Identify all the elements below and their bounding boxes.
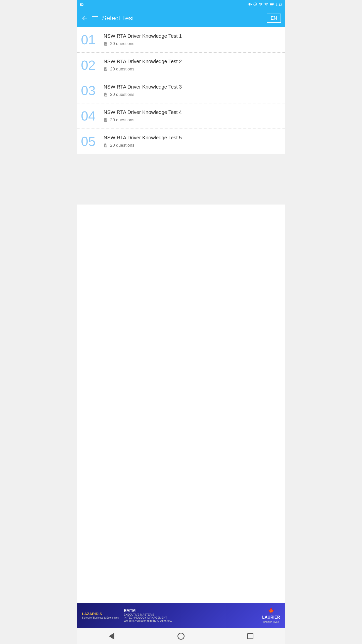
- ad-program-full: EXECUTIVE MASTER'S: [124, 613, 154, 616]
- document-icon-05: [104, 143, 108, 148]
- test-name-03: NSW RTA Driver Knowledge Test 3: [104, 84, 182, 90]
- test-info-03: NSW RTA Driver Knowledge Test 3 20 quest…: [104, 84, 182, 97]
- menu-button[interactable]: [92, 16, 98, 20]
- document-icon-02: [104, 66, 108, 72]
- test-info-05: NSW RTA Driver Knowledge Test 5 20 quest…: [104, 135, 182, 148]
- svg-rect-1: [270, 4, 273, 5]
- test-number-03: 03: [81, 83, 104, 98]
- document-icon-01: [104, 41, 108, 47]
- test-name-02: NSW RTA Driver Knowledge Test 2: [104, 59, 182, 64]
- test-name-04: NSW RTA Driver Knowledge Test 4: [104, 109, 182, 115]
- test-item-03[interactable]: 03 NSW RTA Driver Knowledge Test 3 20 qu…: [77, 78, 285, 103]
- test-number-05: 05: [81, 134, 104, 149]
- page-title: Select Test: [102, 14, 263, 22]
- photo-icon: 🖼: [80, 3, 83, 7]
- test-info-01: NSW RTA Driver Knowledge Test 1 20 quest…: [104, 33, 182, 47]
- ad-program-sub: IN TECHNOLOGY MANAGEMENT: [124, 616, 167, 619]
- menu-line-2: [92, 18, 98, 18]
- back-nav-icon: [109, 633, 114, 640]
- time-display: 1:12: [276, 3, 282, 7]
- status-bar-left: 🖼: [80, 3, 83, 7]
- wifi-icon: [259, 2, 263, 7]
- test-number-02: 02: [81, 58, 104, 73]
- status-bar-right: 1:12: [248, 2, 282, 7]
- recents-nav-button[interactable]: [243, 629, 258, 644]
- ad-school: School of Business & Economics: [82, 616, 119, 619]
- home-nav-button[interactable]: [173, 629, 189, 644]
- signal-icon: [264, 2, 268, 7]
- vibrate-icon: [248, 2, 252, 7]
- status-bar: 🖼 1:12: [77, 0, 285, 9]
- test-questions-05: 20 questions: [104, 143, 182, 148]
- test-questions-02: 20 questions: [104, 66, 182, 72]
- ad-tagline: We think you belong in the C-suite, too.: [124, 619, 172, 622]
- menu-line-3: [92, 20, 98, 20]
- clock-icon: [253, 2, 257, 7]
- document-icon-04: [104, 117, 108, 123]
- maple-leaf-icon: 🍁: [268, 608, 275, 614]
- test-item-02[interactable]: 02 NSW RTA Driver Knowledge Test 2 20 qu…: [77, 53, 285, 78]
- recents-nav-icon: [247, 633, 253, 639]
- ad-brand: LAZARIDIS: [82, 612, 119, 616]
- ad-right: 🍁 LAURIER Inspiring Lives.: [262, 608, 280, 623]
- test-info-02: NSW RTA Driver Knowledge Test 2 20 quest…: [104, 59, 182, 72]
- ad-partner-tagline: Inspiring Lives.: [263, 621, 280, 623]
- test-item-01[interactable]: 01 NSW RTA Driver Knowledge Test 1 20 qu…: [77, 27, 285, 53]
- test-name-05: NSW RTA Driver Knowledge Test 5: [104, 135, 182, 141]
- test-questions-03: 20 questions: [104, 92, 182, 97]
- test-number-01: 01: [81, 32, 104, 47]
- language-button[interactable]: EN: [267, 14, 281, 23]
- back-nav-button[interactable]: [104, 629, 119, 644]
- navigation-bar: [77, 628, 285, 644]
- test-questions-01: 20 questions: [104, 41, 182, 47]
- home-nav-icon: [177, 633, 185, 640]
- ad-banner[interactable]: LAZARIDIS School of Business & Economics…: [77, 603, 285, 628]
- back-button[interactable]: [81, 15, 88, 22]
- test-info-04: NSW RTA Driver Knowledge Test 4 20 quest…: [104, 109, 182, 123]
- ad-left: LAZARIDIS School of Business & Economics: [82, 612, 119, 619]
- ad-center: EMTM EXECUTIVE MASTER'S IN TECHNOLOGY MA…: [121, 609, 260, 622]
- ad-program: EMTM: [124, 609, 135, 613]
- test-item-04[interactable]: 04 NSW RTA Driver Knowledge Test 4 20 qu…: [77, 103, 285, 129]
- app-bar: Select Test EN: [77, 9, 285, 27]
- ad-partner-name: LAURIER: [262, 615, 280, 620]
- test-list: 01 NSW RTA Driver Knowledge Test 1 20 qu…: [77, 27, 285, 603]
- empty-area: [77, 154, 285, 205]
- test-item-05[interactable]: 05 NSW RTA Driver Knowledge Test 5 20 qu…: [77, 129, 285, 154]
- test-number-04: 04: [81, 108, 104, 124]
- test-questions-04: 20 questions: [104, 117, 182, 123]
- test-name-01: NSW RTA Driver Knowledge Test 1: [104, 33, 182, 39]
- svg-rect-2: [274, 4, 274, 5]
- document-icon-03: [104, 92, 108, 97]
- menu-line-1: [92, 16, 98, 17]
- battery-icon: [270, 3, 274, 7]
